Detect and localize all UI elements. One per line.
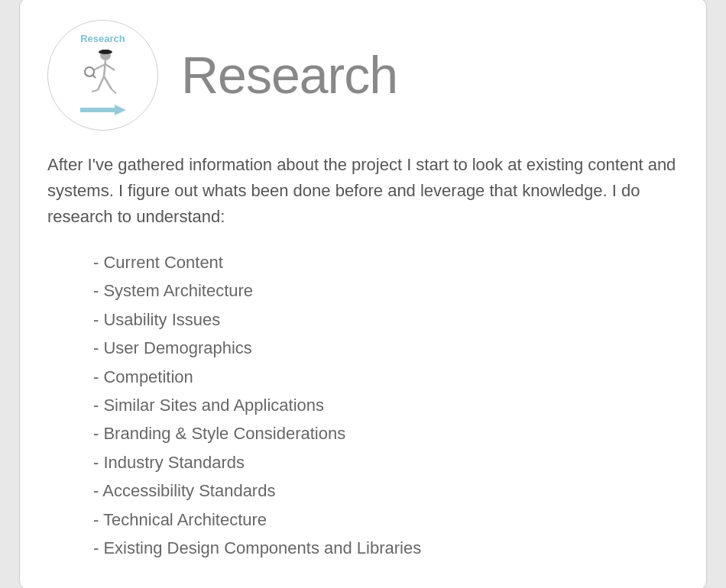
svg-line-3: [104, 60, 105, 76]
figure-icon: [76, 47, 130, 101]
svg-line-11: [112, 89, 116, 93]
svg-line-8: [98, 76, 104, 90]
list-item: - Existing Design Components and Librari…: [93, 534, 679, 562]
list-item: - Accessibility Standards: [93, 477, 679, 505]
list-item: - Usability Issues: [93, 305, 679, 334]
svg-line-6: [92, 75, 96, 78]
arrow-icon: [80, 102, 126, 118]
svg-line-9: [104, 76, 112, 89]
list-item: - Similar Sites and Applications: [93, 391, 679, 419]
logo-circle: Research: [47, 20, 158, 131]
svg-line-10: [92, 90, 98, 92]
list-item: - Industry Standards: [93, 448, 679, 477]
svg-marker-12: [80, 105, 126, 115]
svg-line-7: [105, 64, 115, 70]
list-item: - Competition: [93, 363, 679, 391]
list-item: - Branding & Style Considerations: [93, 419, 679, 447]
main-card: Research: [19, 0, 707, 588]
description-text: After I've gathered information about th…: [47, 152, 679, 230]
list-item: - User Demographics: [93, 334, 679, 362]
header: Research: [47, 20, 679, 131]
svg-line-4: [93, 64, 105, 70]
list-item: - System Architecture: [93, 276, 679, 305]
list-item: - Current Content: [93, 248, 679, 276]
research-list: - Current Content- System Architecture- …: [47, 248, 679, 562]
list-item: - Technical Architecture: [93, 506, 679, 534]
page-title: Research: [181, 45, 397, 105]
logo-label: Research: [80, 33, 125, 44]
svg-rect-2: [102, 50, 109, 53]
